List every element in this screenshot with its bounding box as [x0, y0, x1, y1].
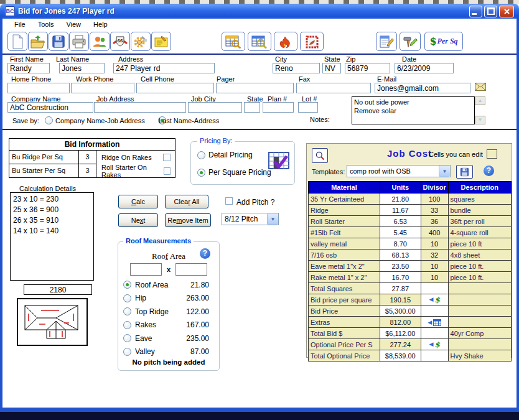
material-board-button[interactable] [300, 32, 324, 51]
divisor-cell[interactable]: ◀$ [421, 294, 448, 306]
state-field[interactable] [322, 63, 341, 73]
calc-line[interactable]: 25 x 36 = 900 [13, 205, 91, 215]
description-cell[interactable]: 4-square roll [448, 227, 511, 238]
roof-measure-radio[interactable] [123, 348, 131, 356]
route-66-button[interactable]: 66 [110, 32, 130, 51]
material-cell[interactable]: Total Bid $ [309, 328, 380, 339]
material-cell[interactable]: 7/16 osb [309, 250, 380, 261]
menu-help[interactable]: Help [88, 19, 113, 29]
material-cell[interactable]: Bid price per square [309, 294, 380, 306]
description-cell[interactable] [448, 294, 511, 306]
menu-view[interactable]: View [60, 19, 86, 29]
roof-width-field[interactable] [130, 263, 162, 276]
minimize-button[interactable] [469, 6, 482, 17]
description-cell[interactable]: piece 10 ft. [448, 272, 511, 283]
home-phone-field[interactable] [7, 83, 70, 93]
price-per-square-button[interactable]: $ Per Sq [424, 32, 463, 51]
job-report-search-button[interactable] [248, 32, 271, 51]
roof-measure-label[interactable]: Top Ridge [135, 307, 173, 316]
roof-measure-radio[interactable] [123, 281, 131, 289]
roof-measure-radio[interactable] [123, 321, 131, 329]
scroll-down-button[interactable]: ▼ [475, 116, 485, 124]
dollar-icon[interactable]: $ [434, 340, 439, 349]
divisor-cell[interactable]: ◀ [421, 317, 448, 328]
ridge-on-rakes-checkbox[interactable] [163, 154, 171, 161]
job-cost-help-icon[interactable]: ? [484, 166, 494, 176]
roof-measure-label[interactable]: Hip [135, 294, 173, 302]
roof-measure-label[interactable]: Eave [135, 334, 173, 343]
description-cell[interactable]: bundle [448, 205, 511, 216]
date-field[interactable] [395, 63, 454, 73]
divisor-cell[interactable]: 10 [421, 272, 448, 283]
description-cell[interactable]: Hvy Shake [448, 350, 511, 362]
calc-line[interactable]: 26 x 35 = 910 [13, 215, 91, 226]
roof-measure-label[interactable]: Roof Area [135, 281, 173, 289]
lot-field[interactable] [298, 102, 318, 113]
apply-arrow-icon[interactable]: ◀ [428, 319, 432, 325]
material-cell[interactable]: 35 Yr Certainteed [309, 194, 380, 205]
template-save-button[interactable] [456, 165, 473, 179]
description-cell[interactable]: 36ft per roll [448, 216, 511, 227]
roof-measure-radio[interactable] [123, 294, 131, 302]
divisor-cell[interactable]: 33 [421, 205, 448, 216]
description-cell[interactable]: 4x8 sheet [448, 250, 511, 261]
divisor-cell[interactable]: 100 [421, 194, 448, 205]
divisor-cell[interactable]: 10 [421, 238, 448, 250]
roof-length-field[interactable] [175, 263, 207, 276]
units-cell[interactable]: 277.24 [380, 339, 421, 350]
job-cost-search-button[interactable] [312, 148, 328, 163]
city-field[interactable] [273, 63, 320, 73]
new-document-button[interactable] [7, 32, 27, 51]
zip-field[interactable] [345, 63, 390, 73]
pager-field[interactable] [216, 83, 294, 93]
bu-starter-value[interactable]: 3 [79, 164, 96, 177]
dollar-icon[interactable]: $ [434, 296, 439, 304]
material-cell[interactable]: Extras [309, 317, 380, 328]
material-cell[interactable]: Eave metal 1"x 2" [309, 261, 380, 272]
roll-starter-checkbox[interactable] [164, 167, 171, 175]
calculator-icon[interactable] [433, 319, 441, 326]
roof-measure-label[interactable]: Rakes [135, 320, 173, 329]
scroll-up-button[interactable]: ▲ [475, 96, 485, 105]
job-state-field[interactable] [244, 102, 260, 113]
pricing-grid-check-icon[interactable] [268, 152, 289, 170]
description-cell[interactable]: piece 10 ft [448, 238, 511, 250]
material-cell[interactable]: valley metal [309, 238, 380, 250]
calc-button[interactable]: Calc [118, 195, 158, 208]
divisor-cell[interactable]: 36 [421, 216, 448, 227]
roof-measure-radio[interactable] [123, 307, 131, 315]
open-file-button[interactable] [28, 32, 48, 51]
bid-report-search-button[interactable] [222, 32, 245, 51]
tools-edit-button[interactable] [400, 32, 421, 51]
menu-tools[interactable]: Tools [32, 19, 60, 29]
notes-scrollbar[interactable]: ▲ ▼ [475, 96, 485, 124]
address-field[interactable] [113, 63, 215, 73]
notes-textarea[interactable]: No out side power Remove solar [352, 96, 475, 124]
title-bar[interactable]: BC Bid for Jones 247 Player rd [0, 4, 519, 19]
hot-sheet-button[interactable] [274, 32, 297, 51]
print-button[interactable] [69, 32, 89, 51]
detail-pricing-label[interactable]: Detail Pricing [208, 151, 253, 159]
email-field[interactable] [375, 83, 470, 93]
material-cell[interactable]: Total Optional Price [309, 350, 380, 362]
material-cell[interactable]: Total Squares [309, 283, 380, 294]
plan-field[interactable] [263, 102, 294, 113]
roof-measure-label[interactable]: Valley [135, 347, 173, 356]
pitch-select[interactable]: 8/12 Pitch ▼ [222, 213, 279, 225]
description-cell[interactable] [448, 339, 511, 350]
calc-line[interactable]: 23 x 10 = 230 [13, 194, 91, 205]
per-square-pricing-radio[interactable] [197, 169, 205, 177]
proposal-edit-button[interactable] [376, 32, 397, 51]
save-button[interactable] [49, 32, 68, 51]
send-email-icon[interactable] [475, 83, 486, 92]
description-cell[interactable]: 40yr Comp [448, 328, 511, 339]
per-square-pricing-label[interactable]: Per Square Pricing [208, 168, 271, 177]
material-cell[interactable]: Ridge [309, 205, 380, 216]
divisor-cell[interactable]: 10 [421, 261, 448, 272]
description-cell[interactable]: piece 10 ft. [448, 261, 511, 272]
add-pitch-label[interactable]: Add Pitch ? [236, 198, 274, 207]
company-name-field[interactable] [7, 102, 93, 113]
last-name-field[interactable] [59, 63, 105, 73]
maximize-button[interactable] [484, 6, 497, 17]
description-cell[interactable] [448, 283, 511, 294]
